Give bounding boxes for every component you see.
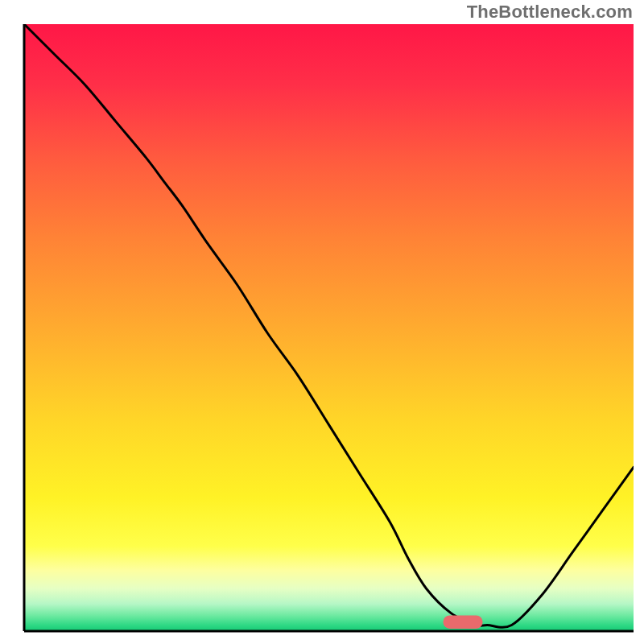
bottleneck-chart [0, 0, 644, 644]
chart-stage: TheBottleneck.com [0, 0, 644, 644]
optimum-marker [443, 615, 482, 629]
gradient-background [24, 24, 634, 631]
